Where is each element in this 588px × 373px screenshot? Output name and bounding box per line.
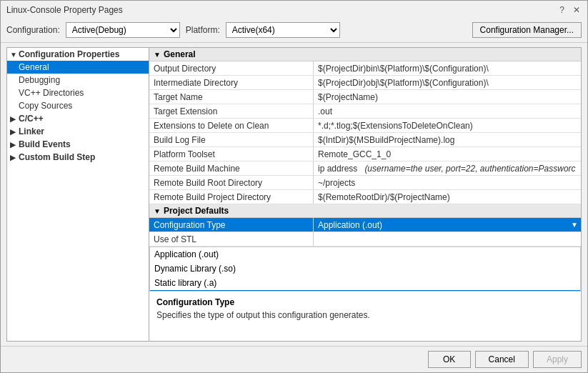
sidebar-item-debugging[interactable]: Debugging bbox=[7, 74, 149, 86]
dropdown-option-app-out-1[interactable]: Application (.out) bbox=[150, 247, 580, 262]
use-stl-row[interactable]: Use of STL bbox=[149, 232, 581, 247]
prop-name: Remote Build Project Directory bbox=[149, 190, 314, 204]
prop-name: Target Name bbox=[149, 90, 314, 104]
general-section-header[interactable]: ▼ General bbox=[149, 48, 581, 61]
sidebar-item-linker[interactable]: ▶ Linker bbox=[7, 125, 149, 138]
prop-value: ip address (username=the user, port=22, … bbox=[314, 161, 581, 175]
sidebar-item-label: Build Events bbox=[19, 139, 71, 149]
bottom-buttons: OK Cancel Apply bbox=[1, 346, 587, 372]
apply-button[interactable]: Apply bbox=[533, 351, 582, 368]
table-row[interactable]: Extensions to Delete on Clean *.d;*.tlog… bbox=[149, 119, 581, 133]
prop-value: .out bbox=[314, 104, 581, 118]
dropdown-option-label: Application (.out) bbox=[154, 249, 219, 259]
right-panel: ▼ General Output Directory $(ProjectDir)… bbox=[149, 47, 582, 342]
sidebar-item-label: Linker bbox=[19, 126, 44, 136]
prop-value bbox=[314, 232, 581, 246]
table-row[interactable]: Platform Toolset Remote_GCC_1_0 bbox=[149, 147, 581, 161]
prop-name: Extensions to Delete on Clean bbox=[149, 119, 314, 132]
prop-name: Configuration Type bbox=[149, 218, 314, 232]
properties-table: ▼ General Output Directory $(ProjectDir)… bbox=[149, 48, 581, 291]
prop-value: $(ProjectDir)obj\$(Platform)\$(Configura… bbox=[314, 76, 581, 89]
description-panel: Configuration Type Specifies the type of… bbox=[149, 291, 581, 341]
close-button[interactable]: ✕ bbox=[572, 5, 582, 15]
config-type-dropdown: Application (.out) Dynamic Library (.so)… bbox=[149, 247, 581, 291]
property-pages-window: Linux-Console Property Pages ? ✕ Configu… bbox=[0, 0, 588, 373]
tree-panel: ▼ Configuration Properties General Debug… bbox=[6, 47, 149, 342]
sidebar-item-label: Copy Sources bbox=[19, 101, 72, 111]
table-row[interactable]: Target Name $(ProjectName) bbox=[149, 90, 581, 104]
general-arrow: ▼ bbox=[154, 51, 161, 59]
sidebar-item-custom-build-step[interactable]: ▶ Custom Build Step bbox=[7, 151, 149, 164]
prop-name: Remote Build Root Directory bbox=[149, 176, 314, 189]
platform-select[interactable]: Active(x64) bbox=[226, 22, 340, 38]
prop-value: $(ProjectDir)bin\$(Platform)\$(Configura… bbox=[314, 61, 581, 75]
main-content: ▼ Configuration Properties General Debug… bbox=[1, 43, 587, 346]
prop-value: $(RemoteRootDir)/$(ProjectName) bbox=[314, 190, 581, 204]
sidebar-item-label: Debugging bbox=[19, 75, 60, 85]
prop-value: *.d;*.tlog;$(ExtensionsToDeleteOnClean) bbox=[314, 119, 581, 132]
help-button[interactable]: ? bbox=[558, 5, 566, 15]
title-bar: Linux-Console Property Pages ? ✕ bbox=[1, 1, 587, 18]
sidebar-item-vc-directories[interactable]: VC++ Directories bbox=[7, 86, 149, 99]
sidebar-item-cpp[interactable]: ▶ C/C++ bbox=[7, 112, 149, 125]
tree-root[interactable]: ▼ Configuration Properties bbox=[7, 48, 149, 61]
sidebar-item-copy-sources[interactable]: Copy Sources bbox=[7, 99, 149, 112]
platform-label: Platform: bbox=[186, 25, 220, 35]
project-defaults-arrow: ▼ bbox=[154, 207, 161, 215]
sidebar-item-label: C/C++ bbox=[19, 114, 44, 124]
dropdown-option-app-out-2[interactable]: Application (.out) bbox=[150, 290, 580, 291]
dropdown-option-label: Dynamic Library (.so) bbox=[154, 264, 236, 274]
prop-name: Remote Build Machine bbox=[149, 161, 314, 175]
toolbar: Configuration: Active(Debug) Platform: A… bbox=[1, 18, 587, 43]
cpp-arrow: ▶ bbox=[10, 115, 19, 123]
dropdown-option-label: Static library (.a) bbox=[154, 278, 216, 288]
sidebar-item-label: VC++ Directories bbox=[19, 88, 84, 98]
table-row[interactable]: Remote Build Project Directory $(RemoteR… bbox=[149, 190, 581, 204]
dropdown-option-dynamic-lib[interactable]: Dynamic Library (.so) bbox=[150, 262, 580, 276]
prop-value: ~/projects bbox=[314, 176, 581, 189]
prop-name: Output Directory bbox=[149, 61, 314, 75]
config-manager-button[interactable]: Configuration Manager... bbox=[472, 22, 582, 38]
dropdown-option-static-lib[interactable]: Static library (.a) bbox=[150, 276, 580, 290]
tree-root-arrow: ▼ bbox=[10, 51, 19, 59]
table-row[interactable]: Remote Build Root Directory ~/projects bbox=[149, 176, 581, 190]
table-row[interactable]: Target Extension .out bbox=[149, 104, 581, 119]
linker-arrow: ▶ bbox=[10, 128, 19, 136]
ok-button[interactable]: OK bbox=[428, 351, 471, 368]
table-row[interactable]: Build Log File $(IntDir)$(MSBuildProject… bbox=[149, 133, 581, 147]
general-section-title: General bbox=[164, 49, 196, 59]
title-bar-controls: ? ✕ bbox=[558, 5, 582, 15]
build-events-arrow: ▶ bbox=[10, 141, 19, 149]
sidebar-item-label: General bbox=[19, 62, 49, 72]
window-title: Linux-Console Property Pages bbox=[6, 5, 123, 15]
project-defaults-section-header[interactable]: ▼ Project Defaults bbox=[149, 204, 581, 218]
project-defaults-section-title: Project Defaults bbox=[164, 206, 229, 216]
sidebar-item-label: Custom Build Step bbox=[19, 152, 95, 162]
prop-name: Build Log File bbox=[149, 133, 314, 146]
config-type-row[interactable]: Configuration Type Application (.out) ▼ bbox=[149, 218, 581, 232]
prop-value: Application (.out) ▼ bbox=[314, 218, 581, 232]
sidebar-item-build-events[interactable]: ▶ Build Events bbox=[7, 138, 149, 151]
description-title: Configuration Type bbox=[156, 297, 574, 307]
sidebar-item-general[interactable]: General bbox=[7, 61, 149, 74]
description-text: Specifies the type of output this config… bbox=[156, 310, 574, 320]
custom-build-arrow: ▶ bbox=[10, 154, 19, 161]
prop-value: $(ProjectName) bbox=[314, 90, 581, 104]
dropdown-arrow-icon: ▼ bbox=[571, 221, 578, 229]
prop-name: Intermediate Directory bbox=[149, 76, 314, 89]
prop-name: Target Extension bbox=[149, 104, 314, 118]
table-row[interactable]: Intermediate Directory $(ProjectDir)obj\… bbox=[149, 76, 581, 90]
cancel-button[interactable]: Cancel bbox=[475, 351, 529, 368]
table-row[interactable]: Remote Build Machine ip address (usernam… bbox=[149, 161, 581, 176]
configuration-select[interactable]: Active(Debug) bbox=[66, 22, 180, 38]
prop-name: Use of STL bbox=[149, 232, 314, 246]
prop-name: Platform Toolset bbox=[149, 147, 314, 161]
config-label: Configuration: bbox=[6, 25, 60, 35]
table-row[interactable]: Output Directory $(ProjectDir)bin\$(Plat… bbox=[149, 61, 581, 76]
prop-value: $(IntDir)$(MSBuildProjectName).log bbox=[314, 133, 581, 146]
prop-value: Remote_GCC_1_0 bbox=[314, 147, 581, 161]
tree-root-label: Configuration Properties bbox=[19, 49, 119, 59]
